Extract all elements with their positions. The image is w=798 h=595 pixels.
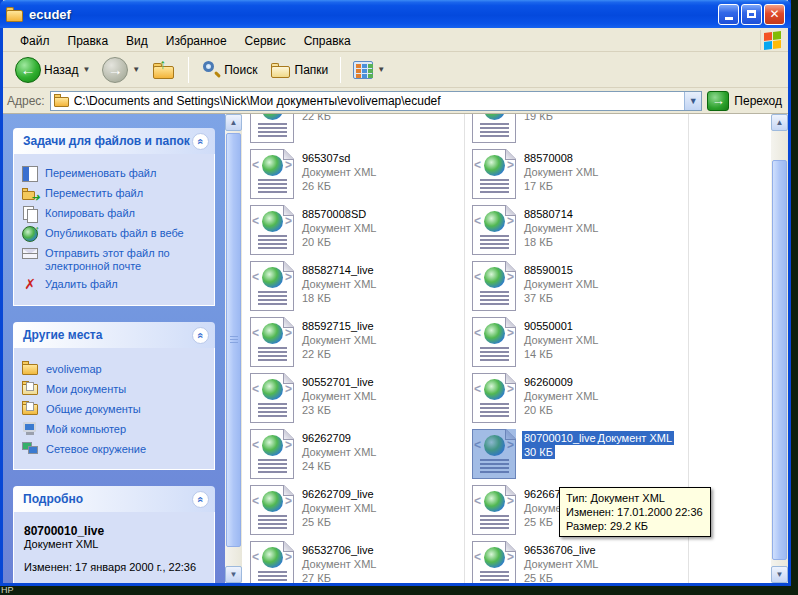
file-tile[interactable]: <>88590015Документ XML37 КБ	[472, 260, 687, 316]
address-dropdown-icon[interactable]: ▼	[684, 92, 701, 110]
file-tile[interactable]: <>Документ XML19 КБ	[472, 114, 687, 148]
task-link[interactable]: Сетевое окружение	[22, 441, 208, 456]
sidebar-scrollbar[interactable]: ▲ ▼	[225, 114, 242, 583]
file-type: Документ XML	[302, 165, 376, 179]
address-input[interactable]: C:\Documents and Settings\Nick\Мои докум…	[74, 94, 685, 108]
file-tile[interactable]: <>96532706_liveДокумент XML27 КБ	[250, 540, 465, 583]
forward-dropdown-icon[interactable]: ▼	[132, 65, 140, 74]
task-link[interactable]: Отправить этот файл по электронной почте	[22, 246, 208, 273]
scrollbar-thumb[interactable]	[226, 133, 241, 547]
menu-item-tools[interactable]: Сервис	[236, 31, 295, 51]
titlebar[interactable]: ecudef ✕	[0, 0, 791, 28]
folders-button[interactable]: Папки	[266, 60, 333, 80]
menu-item-file[interactable]: Файл	[11, 31, 59, 51]
views-button[interactable]: ▼	[349, 61, 389, 79]
file-tile[interactable]: <>96536706_liveДокумент XML25 КБ	[472, 540, 687, 583]
file-size: 18 КБ	[302, 291, 376, 305]
link-label: Мой компьютер	[46, 422, 126, 436]
file-tile-selected[interactable]: <>80700010_liveДокумент XML30 КБ	[472, 428, 687, 484]
task-link[interactable]: Мой компьютер	[22, 421, 208, 436]
scrollbar-thumb[interactable]	[772, 160, 787, 560]
menu-item-help[interactable]: Справка	[295, 31, 360, 51]
menu-item-favorites[interactable]: Избранное	[157, 31, 236, 51]
file-tile[interactable]: <>90552701_liveДокумент XML23 КБ	[250, 372, 465, 428]
xml-document-icon: <>	[250, 373, 294, 423]
file-size: 22 КБ	[302, 114, 376, 123]
details-header[interactable]: Подробно «	[13, 486, 215, 512]
collapse-chevron-icon[interactable]: «	[192, 327, 209, 344]
file-size: 25 КБ	[302, 515, 376, 529]
file-tile[interactable]: <>96262709_liveДокумент XML25 КБ	[250, 484, 465, 540]
scroll-down-button[interactable]: ▼	[771, 566, 788, 583]
network-icon	[22, 441, 39, 456]
toolbar: ← Назад ▼ → ▼ ↑ Поиск Папки ▼	[3, 52, 788, 88]
file-tile[interactable]: <>88570008SDДокумент XML20 КБ	[250, 204, 465, 260]
xml-document-icon: <>	[472, 261, 516, 311]
link-label: Переместить файл	[45, 186, 143, 200]
scroll-up-button[interactable]: ▲	[771, 114, 788, 131]
task-link[interactable]: evolivemap	[22, 361, 208, 376]
file-tile[interactable]: <>88580714Документ XML18 КБ	[472, 204, 687, 260]
xml-document-icon: <>	[250, 261, 294, 311]
xml-document-icon: <>	[472, 149, 516, 199]
search-button[interactable]: Поиск	[197, 60, 261, 80]
go-button[interactable]: →	[707, 91, 729, 111]
menu-item-edit[interactable]: Правка	[59, 31, 118, 51]
address-label: Адрес:	[7, 94, 45, 108]
address-combo[interactable]: C:\Documents and Settings\Nick\Мои докум…	[50, 91, 703, 111]
file-name: 88570008	[524, 151, 598, 165]
file-tile[interactable]: <>96262709Документ XML24 КБ	[250, 428, 465, 484]
delete-file-icon: ✗	[22, 277, 38, 293]
file-tile[interactable]: <>965307sdДокумент XML26 КБ	[250, 148, 465, 204]
scroll-down-button[interactable]: ▼	[225, 566, 242, 583]
link-label: evolivemap	[46, 362, 102, 376]
task-link[interactable]: Копировать файл	[22, 206, 208, 222]
rename-file-icon	[22, 166, 38, 182]
maximize-button[interactable]	[741, 4, 762, 25]
up-button[interactable]: ↑	[148, 59, 180, 81]
back-dropdown-icon[interactable]: ▼	[82, 65, 90, 74]
folder-icon	[22, 361, 39, 376]
task-link[interactable]: ✗Удалить файл	[22, 277, 208, 293]
xml-document-icon: <>	[472, 485, 516, 535]
close-button[interactable]: ✕	[764, 4, 785, 25]
task-link[interactable]: Мои документы	[22, 381, 208, 396]
collapse-chevron-icon[interactable]: «	[192, 133, 209, 150]
collapse-chevron-icon[interactable]: «	[192, 491, 209, 508]
views-icon	[353, 61, 373, 79]
forward-button[interactable]: → ▼	[98, 57, 144, 83]
menu-item-view[interactable]: Вид	[117, 31, 157, 51]
task-link[interactable]: Переименовать файл	[22, 166, 208, 182]
task-link[interactable]: ➜Переместить файл	[22, 186, 208, 202]
desktop-text-fragment: НР	[1, 585, 14, 595]
file-size: 37 КБ	[524, 291, 598, 305]
file-tile[interactable]: <>88582714_liveДокумент XML18 КБ	[250, 260, 465, 316]
details-file-name: 80700010_live	[24, 524, 206, 538]
up-folder-icon: ↑	[152, 59, 176, 81]
other-places-header[interactable]: Другие места «	[13, 322, 215, 348]
file-type: Документ XML	[524, 277, 598, 291]
email-file-icon	[22, 248, 38, 259]
file-size: 27 КБ	[302, 571, 376, 583]
file-type: Документ XML	[302, 557, 376, 571]
file-tile[interactable]: <>96260009Документ XML20 КБ	[472, 372, 687, 428]
file-type: Документ XML	[302, 221, 376, 235]
file-tile[interactable]: <>Документ XML22 КБ	[250, 114, 465, 148]
file-tile[interactable]: <>88592715_liveДокумент XML22 КБ	[250, 316, 465, 372]
file-name: 80700010_live	[522, 431, 598, 445]
link-label: Общие документы	[46, 402, 141, 416]
file-list-scrollbar[interactable]: ▲ ▼	[771, 114, 788, 583]
task-link[interactable]: ↑Опубликовать файл в вебе	[22, 226, 208, 242]
address-bar: Адрес: C:\Documents and Settings\Nick\Мо…	[3, 88, 788, 114]
minimize-button[interactable]	[718, 4, 739, 25]
back-icon: ←	[15, 57, 41, 83]
file-tile[interactable]: <>90550001Документ XML14 КБ	[472, 316, 687, 372]
file-name: 965307sd	[302, 151, 376, 165]
back-button[interactable]: ← Назад ▼	[11, 57, 94, 83]
task-link[interactable]: Общие документы	[22, 401, 208, 416]
search-icon	[201, 60, 221, 80]
scroll-up-button[interactable]: ▲	[225, 114, 242, 131]
views-dropdown-icon[interactable]: ▼	[377, 65, 385, 74]
file-tasks-header[interactable]: Задачи для файлов и папок «	[13, 128, 215, 154]
file-tile[interactable]: <>88570008Документ XML17 КБ	[472, 148, 687, 204]
